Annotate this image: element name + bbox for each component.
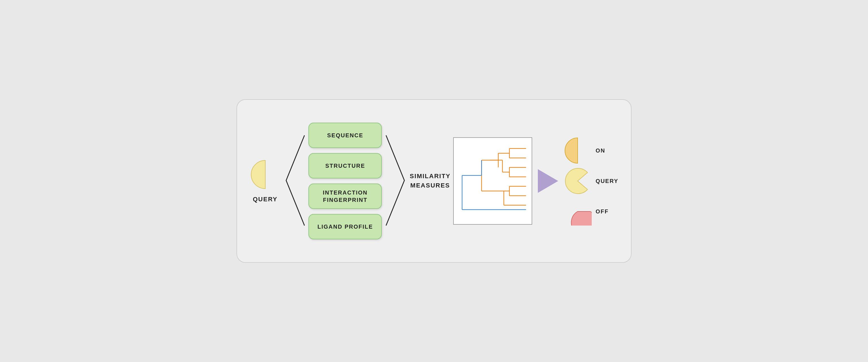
off-label: OFF — [596, 208, 609, 215]
query-label: QUERY — [253, 196, 277, 203]
left-chevron-svg — [283, 132, 306, 228]
off-pacman — [563, 197, 592, 226]
features-section: SEQUENCE STRUCTURE INTERACTION FINGERPRI… — [308, 123, 382, 239]
feature-structure: STRUCTURE — [308, 153, 382, 178]
legend-off: OFF — [563, 197, 609, 226]
similarity-line2: MEASURES — [410, 182, 450, 190]
triangle-icon — [538, 169, 558, 193]
feature-interaction-fingerprint: INTERACTION FINGERPRINT — [308, 184, 382, 209]
legend-section: ON QUERY OFF — [563, 136, 618, 226]
structure-label: STRUCTURE — [326, 163, 365, 169]
similarity-section: SIMILARITY MEASURES — [410, 172, 451, 190]
query-legend-pacman — [563, 167, 592, 195]
dendrogram-svg — [454, 138, 532, 224]
similarity-line1: SIMILARITY — [410, 172, 451, 180]
play-triangle — [535, 169, 561, 193]
right-chevron-left-svg — [384, 132, 407, 228]
left-connector — [283, 132, 306, 230]
legend-query: QUERY — [563, 167, 618, 195]
sequence-label: SEQUENCE — [327, 132, 363, 139]
ligand-label: LIGAND PROFILE — [317, 224, 373, 230]
query-pacman — [250, 159, 281, 190]
main-diagram: QUERY SEQUENCE STRUCTURE INTERACTION FIN… — [237, 99, 631, 263]
dendrogram-box — [453, 137, 532, 225]
fingerprint-label: INTERACTION FINGERPRINT — [323, 189, 368, 203]
query-legend-label: QUERY — [596, 178, 618, 185]
right-chevron-left — [384, 132, 407, 230]
on-label: ON — [596, 147, 605, 154]
feature-sequence: SEQUENCE — [308, 123, 382, 148]
query-section: QUERY — [250, 159, 281, 203]
legend-on: ON — [563, 136, 605, 165]
on-pacman — [563, 136, 592, 165]
dendrogram-section — [453, 137, 532, 225]
feature-ligand-profile: LIGAND PROFILE — [308, 214, 382, 239]
